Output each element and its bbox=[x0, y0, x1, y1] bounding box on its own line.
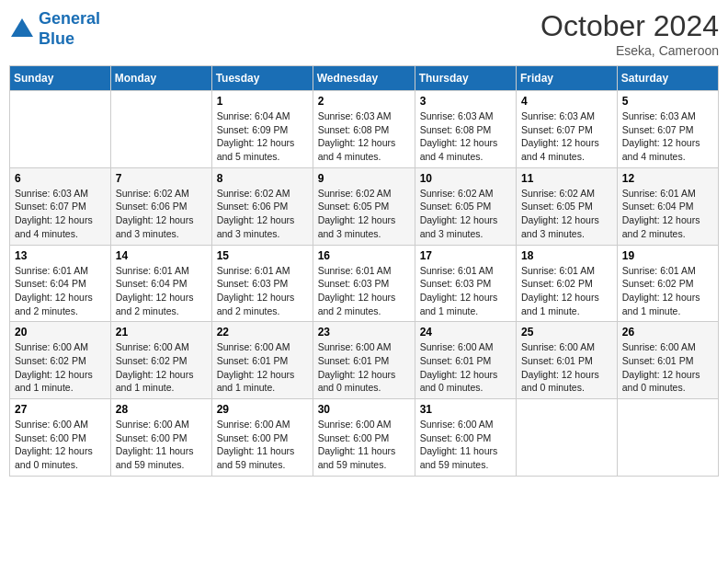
calendar-cell: 31Sunrise: 6:00 AM Sunset: 6:00 PM Dayli… bbox=[415, 399, 516, 477]
calendar-cell: 7Sunrise: 6:02 AM Sunset: 6:06 PM Daylig… bbox=[110, 167, 211, 245]
calendar-cell: 5Sunrise: 6:03 AM Sunset: 6:07 PM Daylig… bbox=[617, 91, 718, 168]
day-number: 26 bbox=[622, 326, 713, 339]
day-number: 16 bbox=[318, 249, 410, 262]
day-number: 28 bbox=[116, 403, 207, 416]
day-details: Sunrise: 6:02 AM Sunset: 6:05 PM Dayligh… bbox=[420, 187, 511, 241]
week-row-5: 27Sunrise: 6:00 AM Sunset: 6:00 PM Dayli… bbox=[10, 399, 719, 477]
weekday-header-saturday: Saturday bbox=[617, 66, 718, 91]
day-details: Sunrise: 6:03 AM Sunset: 6:07 PM Dayligh… bbox=[521, 109, 612, 164]
day-details: Sunrise: 6:00 AM Sunset: 6:00 PM Dayligh… bbox=[217, 418, 308, 472]
day-details: Sunrise: 6:01 AM Sunset: 6:02 PM Dayligh… bbox=[521, 264, 612, 318]
day-details: Sunrise: 6:01 AM Sunset: 6:02 PM Dayligh… bbox=[622, 264, 713, 318]
day-number: 21 bbox=[116, 326, 207, 339]
calendar-cell: 24Sunrise: 6:00 AM Sunset: 6:01 PM Dayli… bbox=[415, 322, 516, 399]
day-details: Sunrise: 6:03 AM Sunset: 6:07 PM Dayligh… bbox=[15, 187, 106, 241]
day-number: 6 bbox=[15, 172, 106, 185]
day-number: 1 bbox=[217, 95, 308, 108]
calendar-cell: 20Sunrise: 6:00 AM Sunset: 6:02 PM Dayli… bbox=[10, 322, 111, 399]
day-number: 12 bbox=[622, 172, 713, 185]
day-number: 2 bbox=[318, 95, 410, 108]
month-title: October 2024 bbox=[540, 9, 719, 43]
day-details: Sunrise: 6:01 AM Sunset: 6:03 PM Dayligh… bbox=[318, 264, 410, 318]
day-number: 18 bbox=[521, 249, 612, 262]
calendar-cell: 18Sunrise: 6:01 AM Sunset: 6:02 PM Dayli… bbox=[517, 245, 618, 322]
calendar-cell: 30Sunrise: 6:00 AM Sunset: 6:00 PM Dayli… bbox=[313, 399, 415, 477]
calendar-cell: 12Sunrise: 6:01 AM Sunset: 6:04 PM Dayli… bbox=[617, 167, 718, 245]
weekday-header-tuesday: Tuesday bbox=[211, 66, 313, 91]
logo-line1: General bbox=[39, 9, 100, 28]
day-details: Sunrise: 6:00 AM Sunset: 6:02 PM Dayligh… bbox=[116, 340, 207, 395]
calendar-cell bbox=[517, 399, 618, 477]
calendar-cell: 11Sunrise: 6:02 AM Sunset: 6:05 PM Dayli… bbox=[517, 167, 618, 245]
day-number: 13 bbox=[15, 249, 106, 262]
day-number: 9 bbox=[318, 172, 410, 185]
logo-line2: Blue bbox=[39, 29, 74, 48]
day-number: 7 bbox=[116, 172, 207, 185]
day-details: Sunrise: 6:00 AM Sunset: 6:01 PM Dayligh… bbox=[217, 340, 308, 395]
weekday-header-monday: Monday bbox=[110, 66, 211, 91]
day-number: 3 bbox=[420, 95, 511, 108]
weekday-header-wednesday: Wednesday bbox=[313, 66, 415, 91]
calendar-cell: 22Sunrise: 6:00 AM Sunset: 6:01 PM Dayli… bbox=[211, 322, 313, 399]
day-details: Sunrise: 6:01 AM Sunset: 6:03 PM Dayligh… bbox=[420, 264, 511, 318]
calendar-cell: 6Sunrise: 6:03 AM Sunset: 6:07 PM Daylig… bbox=[10, 167, 111, 245]
day-details: Sunrise: 6:02 AM Sunset: 6:05 PM Dayligh… bbox=[318, 187, 410, 241]
calendar: SundayMondayTuesdayWednesdayThursdayFrid… bbox=[9, 65, 719, 477]
logo-text: General Blue bbox=[39, 9, 100, 49]
week-row-4: 20Sunrise: 6:00 AM Sunset: 6:02 PM Dayli… bbox=[10, 322, 719, 399]
day-details: Sunrise: 6:00 AM Sunset: 6:02 PM Dayligh… bbox=[15, 340, 106, 395]
calendar-cell: 1Sunrise: 6:04 AM Sunset: 6:09 PM Daylig… bbox=[211, 91, 313, 168]
title-area: October 2024 Eseka, Cameroon bbox=[540, 9, 719, 58]
calendar-cell: 4Sunrise: 6:03 AM Sunset: 6:07 PM Daylig… bbox=[517, 91, 618, 168]
calendar-cell: 21Sunrise: 6:00 AM Sunset: 6:02 PM Dayli… bbox=[110, 322, 211, 399]
weekday-header-friday: Friday bbox=[517, 66, 618, 91]
day-details: Sunrise: 6:03 AM Sunset: 6:08 PM Dayligh… bbox=[420, 109, 511, 164]
calendar-cell bbox=[110, 91, 211, 168]
day-details: Sunrise: 6:01 AM Sunset: 6:04 PM Dayligh… bbox=[622, 187, 713, 241]
day-number: 17 bbox=[420, 249, 511, 262]
calendar-cell: 29Sunrise: 6:00 AM Sunset: 6:00 PM Dayli… bbox=[211, 399, 313, 477]
calendar-cell: 2Sunrise: 6:03 AM Sunset: 6:08 PM Daylig… bbox=[313, 91, 415, 168]
day-details: Sunrise: 6:00 AM Sunset: 6:01 PM Dayligh… bbox=[521, 340, 612, 395]
logo-icon bbox=[9, 17, 35, 42]
week-row-2: 6Sunrise: 6:03 AM Sunset: 6:07 PM Daylig… bbox=[10, 167, 719, 245]
day-number: 8 bbox=[217, 172, 308, 185]
day-number: 15 bbox=[217, 249, 308, 262]
day-details: Sunrise: 6:01 AM Sunset: 6:04 PM Dayligh… bbox=[116, 264, 207, 318]
day-number: 11 bbox=[521, 172, 612, 185]
calendar-cell: 8Sunrise: 6:02 AM Sunset: 6:06 PM Daylig… bbox=[211, 167, 313, 245]
calendar-cell: 10Sunrise: 6:02 AM Sunset: 6:05 PM Dayli… bbox=[415, 167, 516, 245]
page-header: General Blue October 2024 Eseka, Cameroo… bbox=[9, 9, 719, 58]
day-number: 23 bbox=[318, 326, 410, 339]
day-number: 10 bbox=[420, 172, 511, 185]
day-details: Sunrise: 6:00 AM Sunset: 6:00 PM Dayligh… bbox=[318, 418, 410, 472]
day-number: 27 bbox=[15, 403, 106, 416]
day-details: Sunrise: 6:00 AM Sunset: 6:00 PM Dayligh… bbox=[116, 418, 207, 472]
day-details: Sunrise: 6:02 AM Sunset: 6:05 PM Dayligh… bbox=[521, 187, 612, 241]
day-details: Sunrise: 6:04 AM Sunset: 6:09 PM Dayligh… bbox=[217, 109, 308, 164]
calendar-cell bbox=[617, 399, 718, 477]
weekday-header-sunday: Sunday bbox=[10, 66, 111, 91]
calendar-cell: 25Sunrise: 6:00 AM Sunset: 6:01 PM Dayli… bbox=[517, 322, 618, 399]
logo: General Blue bbox=[9, 9, 100, 49]
day-number: 29 bbox=[217, 403, 308, 416]
calendar-cell: 26Sunrise: 6:00 AM Sunset: 6:01 PM Dayli… bbox=[617, 322, 718, 399]
week-row-3: 13Sunrise: 6:01 AM Sunset: 6:04 PM Dayli… bbox=[10, 245, 719, 322]
day-number: 25 bbox=[521, 326, 612, 339]
day-number: 4 bbox=[521, 95, 612, 108]
calendar-cell: 3Sunrise: 6:03 AM Sunset: 6:08 PM Daylig… bbox=[415, 91, 516, 168]
day-number: 5 bbox=[622, 95, 713, 108]
week-row-1: 1Sunrise: 6:04 AM Sunset: 6:09 PM Daylig… bbox=[10, 91, 719, 168]
day-details: Sunrise: 6:02 AM Sunset: 6:06 PM Dayligh… bbox=[217, 187, 308, 241]
calendar-cell: 23Sunrise: 6:00 AM Sunset: 6:01 PM Dayli… bbox=[313, 322, 415, 399]
calendar-cell bbox=[10, 91, 111, 168]
calendar-cell: 9Sunrise: 6:02 AM Sunset: 6:05 PM Daylig… bbox=[313, 167, 415, 245]
location: Eseka, Cameroon bbox=[540, 43, 719, 58]
day-details: Sunrise: 6:03 AM Sunset: 6:08 PM Dayligh… bbox=[318, 109, 410, 164]
day-details: Sunrise: 6:00 AM Sunset: 6:00 PM Dayligh… bbox=[420, 418, 511, 472]
calendar-cell: 19Sunrise: 6:01 AM Sunset: 6:02 PM Dayli… bbox=[617, 245, 718, 322]
day-number: 14 bbox=[116, 249, 207, 262]
calendar-cell: 28Sunrise: 6:00 AM Sunset: 6:00 PM Dayli… bbox=[110, 399, 211, 477]
day-details: Sunrise: 6:00 AM Sunset: 6:01 PM Dayligh… bbox=[318, 340, 410, 395]
day-number: 22 bbox=[217, 326, 308, 339]
